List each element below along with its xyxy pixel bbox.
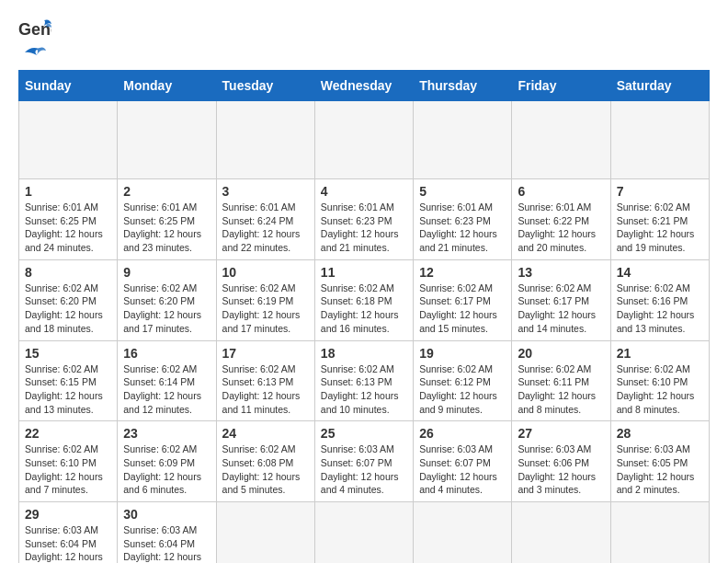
table-row: 25Sunrise: 6:03 AMSunset: 6:07 PMDayligh…: [314, 421, 413, 502]
table-row: 24Sunrise: 6:02 AMSunset: 6:08 PMDayligh…: [216, 421, 314, 502]
cell-details: Sunrise: 6:01 AMSunset: 6:23 PMDaylight:…: [419, 201, 506, 255]
cell-details: Sunrise: 6:02 AMSunset: 6:17 PMDaylight:…: [518, 282, 604, 336]
cell-details: Sunrise: 6:02 AMSunset: 6:14 PMDaylight:…: [123, 362, 210, 417]
table-row: [512, 101, 610, 179]
column-header-thursday: Thursday: [414, 71, 512, 101]
table-row: 16Sunrise: 6:02 AMSunset: 6:14 PMDayligh…: [118, 340, 216, 421]
cell-details: Sunrise: 6:02 AMSunset: 6:13 PMDaylight:…: [321, 362, 407, 417]
day-number: 9: [123, 265, 210, 280]
day-number: 20: [518, 346, 604, 361]
cell-details: Sunrise: 6:02 AMSunset: 6:17 PMDaylight:…: [419, 282, 506, 336]
table-row: 11Sunrise: 6:02 AMSunset: 6:18 PMDayligh…: [314, 259, 413, 340]
table-row: 7Sunrise: 6:02 AMSunset: 6:21 PMDaylight…: [610, 179, 709, 260]
cell-details: Sunrise: 6:03 AMSunset: 6:04 PMDaylight:…: [25, 523, 111, 563]
cell-details: Sunrise: 6:01 AMSunset: 6:23 PMDaylight:…: [321, 201, 407, 255]
logo: General: [18, 18, 51, 61]
day-number: 4: [321, 184, 407, 199]
cell-details: Sunrise: 6:02 AMSunset: 6:12 PMDaylight:…: [419, 362, 506, 417]
cell-details: Sunrise: 6:02 AMSunset: 6:16 PMDaylight:…: [617, 282, 703, 336]
day-number: 21: [617, 346, 703, 361]
day-number: 29: [25, 507, 111, 522]
day-number: 13: [518, 265, 604, 280]
table-row: 3Sunrise: 6:01 AMSunset: 6:24 PMDaylight…: [216, 179, 314, 260]
cell-details: Sunrise: 6:02 AMSunset: 6:10 PMDaylight:…: [617, 362, 703, 417]
day-number: 7: [617, 184, 703, 199]
day-number: 25: [321, 426, 407, 441]
cell-details: Sunrise: 6:03 AMSunset: 6:07 PMDaylight:…: [321, 442, 407, 497]
day-number: 17: [222, 346, 309, 361]
day-number: 12: [419, 265, 506, 280]
cell-details: Sunrise: 6:02 AMSunset: 6:09 PMDaylight:…: [123, 442, 210, 497]
table-row: 21Sunrise: 6:02 AMSunset: 6:10 PMDayligh…: [610, 340, 709, 421]
day-number: 27: [518, 426, 604, 441]
day-number: 8: [25, 265, 111, 280]
table-row: 14Sunrise: 6:02 AMSunset: 6:16 PMDayligh…: [610, 259, 709, 340]
cell-details: Sunrise: 6:02 AMSunset: 6:19 PMDaylight:…: [222, 282, 309, 336]
column-header-sunday: Sunday: [19, 71, 118, 101]
cell-details: Sunrise: 6:02 AMSunset: 6:10 PMDaylight:…: [25, 442, 111, 497]
day-number: 6: [518, 184, 604, 199]
column-header-tuesday: Tuesday: [216, 71, 314, 101]
table-row: 10Sunrise: 6:02 AMSunset: 6:19 PMDayligh…: [216, 259, 314, 340]
cell-details: Sunrise: 6:01 AMSunset: 6:24 PMDaylight:…: [222, 201, 309, 255]
cell-details: Sunrise: 6:03 AMSunset: 6:04 PMDaylight:…: [123, 523, 210, 563]
day-number: 15: [25, 346, 111, 361]
day-number: 19: [419, 346, 506, 361]
table-row: [118, 101, 216, 179]
cell-details: Sunrise: 6:02 AMSunset: 6:15 PMDaylight:…: [25, 362, 111, 417]
table-row: [314, 502, 413, 564]
table-row: 2Sunrise: 6:01 AMSunset: 6:25 PMDaylight…: [118, 179, 216, 260]
cell-details: Sunrise: 6:02 AMSunset: 6:13 PMDaylight:…: [222, 362, 309, 417]
day-number: 26: [419, 426, 506, 441]
cell-details: Sunrise: 6:02 AMSunset: 6:21 PMDaylight:…: [617, 201, 703, 255]
table-row: 17Sunrise: 6:02 AMSunset: 6:13 PMDayligh…: [216, 340, 314, 421]
day-number: 24: [222, 426, 309, 441]
cell-details: Sunrise: 6:02 AMSunset: 6:20 PMDaylight:…: [123, 282, 210, 336]
day-number: 22: [25, 426, 111, 441]
table-row: 27Sunrise: 6:03 AMSunset: 6:06 PMDayligh…: [512, 421, 610, 502]
table-row: 18Sunrise: 6:02 AMSunset: 6:13 PMDayligh…: [314, 340, 413, 421]
table-row: 5Sunrise: 6:01 AMSunset: 6:23 PMDaylight…: [414, 179, 512, 260]
table-row: [314, 101, 413, 179]
cell-details: Sunrise: 6:02 AMSunset: 6:11 PMDaylight:…: [518, 362, 604, 417]
day-number: 1: [25, 184, 111, 199]
table-row: 19Sunrise: 6:02 AMSunset: 6:12 PMDayligh…: [414, 340, 512, 421]
cell-details: Sunrise: 6:02 AMSunset: 6:18 PMDaylight:…: [321, 282, 407, 336]
table-row: [610, 502, 709, 564]
calendar-table: SundayMondayTuesdayWednesdayThursdayFrid…: [18, 70, 710, 563]
table-row: 13Sunrise: 6:02 AMSunset: 6:17 PMDayligh…: [512, 259, 610, 340]
table-row: [414, 502, 512, 564]
table-row: 29Sunrise: 6:03 AMSunset: 6:04 PMDayligh…: [19, 502, 118, 564]
table-row: 23Sunrise: 6:02 AMSunset: 6:09 PMDayligh…: [118, 421, 216, 502]
table-row: 4Sunrise: 6:01 AMSunset: 6:23 PMDaylight…: [314, 179, 413, 260]
table-row: 1Sunrise: 6:01 AMSunset: 6:25 PMDaylight…: [19, 179, 118, 260]
column-header-monday: Monday: [118, 71, 216, 101]
column-header-wednesday: Wednesday: [314, 71, 413, 101]
table-row: 12Sunrise: 6:02 AMSunset: 6:17 PMDayligh…: [414, 259, 512, 340]
day-number: 2: [123, 184, 210, 199]
table-row: [216, 101, 314, 179]
day-number: 14: [617, 265, 703, 280]
table-row: [512, 502, 610, 564]
cell-details: Sunrise: 6:03 AMSunset: 6:05 PMDaylight:…: [617, 442, 703, 497]
cell-details: Sunrise: 6:01 AMSunset: 6:22 PMDaylight:…: [518, 201, 604, 255]
day-number: 5: [419, 184, 506, 199]
cell-details: Sunrise: 6:02 AMSunset: 6:20 PMDaylight:…: [25, 282, 111, 336]
logo-icon: General: [18, 18, 51, 46]
cell-details: Sunrise: 6:03 AMSunset: 6:06 PMDaylight:…: [518, 442, 604, 497]
table-row: 20Sunrise: 6:02 AMSunset: 6:11 PMDayligh…: [512, 340, 610, 421]
cell-details: Sunrise: 6:01 AMSunset: 6:25 PMDaylight:…: [123, 201, 210, 255]
table-row: [216, 502, 314, 564]
logo-bird-icon: [20, 44, 46, 61]
day-number: 23: [123, 426, 210, 441]
cell-details: Sunrise: 6:03 AMSunset: 6:07 PMDaylight:…: [419, 442, 506, 497]
day-number: 18: [321, 346, 407, 361]
day-number: 30: [123, 507, 210, 522]
table-row: [19, 101, 118, 179]
table-row: 6Sunrise: 6:01 AMSunset: 6:22 PMDaylight…: [512, 179, 610, 260]
column-header-saturday: Saturday: [610, 71, 709, 101]
table-row: [414, 101, 512, 179]
table-row: [610, 101, 709, 179]
cell-details: Sunrise: 6:01 AMSunset: 6:25 PMDaylight:…: [25, 201, 111, 255]
day-number: 11: [321, 265, 407, 280]
